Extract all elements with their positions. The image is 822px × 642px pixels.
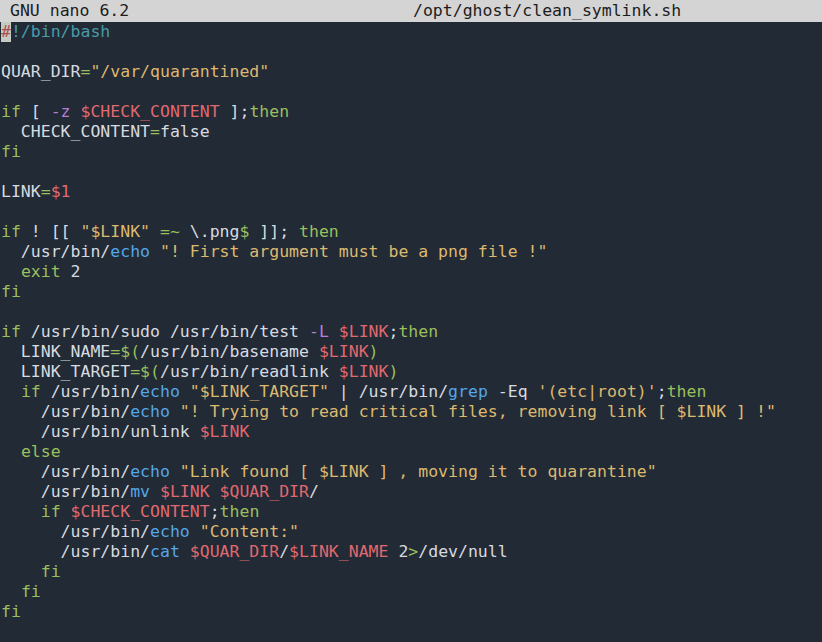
titlebar: GNU nano 6.2 /opt/ghost/clean_symlink.sh	[0, 0, 822, 22]
code-segment-keyword: if	[41, 502, 61, 521]
code-segment-keyword: >	[408, 542, 418, 561]
code-segment-keyword: if	[1, 222, 21, 241]
code-segment-default: ];	[220, 102, 250, 121]
code-segment-keyword: if	[1, 322, 21, 341]
code-line: /usr/bin/echo "! First argument must be …	[1, 242, 822, 262]
code-segment-keyword: exit	[21, 262, 61, 281]
code-segment-default: 2	[61, 262, 81, 281]
code-segment-command: cat	[150, 542, 180, 561]
code-line: /usr/bin/unlink $LINK	[1, 422, 822, 442]
code-segment-default	[1, 262, 21, 281]
code-segment-default: /usr/bin/	[1, 402, 130, 421]
code-line: fi	[1, 282, 822, 302]
code-segment-default	[1, 382, 21, 401]
code-segment-default: /usr/bin/	[1, 542, 150, 561]
code-segment-default: -Eq	[488, 382, 538, 401]
code-segment-default	[180, 382, 190, 401]
code-segment-default	[150, 482, 160, 501]
code-segment-default: /	[279, 542, 289, 561]
code-segment-keyword: =	[80, 62, 90, 81]
code-segment-string: "! Trying to read critical files, removi…	[180, 402, 776, 421]
code-line: /usr/bin/echo "Link found [ $LINK ] , mo…	[1, 462, 822, 482]
code-line	[1, 82, 822, 102]
code-line	[1, 162, 822, 182]
code-segment-default	[1, 442, 21, 461]
code-segment-default	[1, 582, 21, 601]
code-segment-default: ! [[	[21, 222, 81, 241]
code-segment-default: ;	[210, 502, 220, 521]
code-segment-default: /usr/bin/basename	[140, 342, 319, 361]
code-segment-keyword: if	[21, 382, 41, 401]
code-segment-keyword: )	[388, 362, 398, 381]
code-segment-keyword: fi	[1, 602, 21, 621]
code-segment-keyword: fi	[41, 562, 61, 581]
code-segment-command: grep	[448, 382, 488, 401]
code-segment-default	[1, 502, 41, 521]
code-segment-keyword: =~	[160, 222, 180, 241]
code-line	[1, 302, 822, 322]
code-segment-default	[180, 542, 190, 561]
code-line	[1, 42, 822, 62]
code-segment-string: "$LINK_TARGET"	[190, 382, 329, 401]
code-segment-keyword: fi	[1, 142, 21, 161]
code-segment-default: \.png	[180, 222, 240, 241]
code-line: if ! [[ "$LINK" =~ \.png$ ]]; then	[1, 222, 822, 242]
editor-area[interactable]: #!/bin/bashQUAR_DIR="/var/quarantined"if…	[0, 22, 822, 642]
code-segment-default: LINK	[1, 182, 41, 201]
code-line: LINK_TARGET=$(/usr/bin/readlink $LINK)	[1, 362, 822, 382]
nano-window: GNU nano 6.2 /opt/ghost/clean_symlink.sh…	[0, 0, 822, 642]
code-segment-default: 2	[388, 542, 408, 561]
code-segment-default	[71, 102, 81, 121]
code-segment-default: /usr/bin/	[1, 482, 130, 501]
code-segment-default	[190, 522, 200, 541]
code-line: fi	[1, 562, 822, 582]
code-segment-default: LINK_NAME	[1, 342, 110, 361]
code-line: fi	[1, 582, 822, 602]
code-segment-keyword: else	[21, 442, 61, 461]
code-segment-default: /dev/null	[418, 542, 507, 561]
code-line: if /usr/bin/echo "$LINK_TARGET" | /usr/b…	[1, 382, 822, 402]
code-segment-keyword: then	[398, 322, 438, 341]
code-segment-command: echo	[150, 522, 190, 541]
code-segment-flag: -z	[51, 102, 71, 121]
code-segment-variable: $QUAR_DIR	[220, 482, 309, 501]
code-segment-command: echo	[130, 402, 170, 421]
code-segment-default: ]];	[249, 222, 299, 241]
code-segment-keyword: fi	[21, 582, 41, 601]
code-line: if /usr/bin/sudo /usr/bin/test -L $LINK;…	[1, 322, 822, 342]
code-line: fi	[1, 142, 822, 162]
code-line: CHECK_CONTENT=false	[1, 122, 822, 142]
code-segment-variable: $LINK	[339, 362, 389, 381]
code-segment-default	[210, 482, 220, 501]
code-segment-string: '(etc|root)'	[538, 382, 657, 401]
code-segment-variable: $LINK	[200, 422, 250, 441]
app-version-label: GNU nano 6.2	[10, 0, 129, 22]
code-line: fi	[1, 602, 822, 622]
code-segment-default	[150, 242, 160, 261]
code-segment-default: /usr/bin/readlink	[160, 362, 339, 381]
code-segment-keyword: then	[249, 102, 289, 121]
code-segment-keyword: =	[150, 122, 160, 141]
code-segment-default: /	[309, 482, 319, 501]
code-segment-default: false	[160, 122, 210, 141]
code-segment-default: /usr/bin/sudo /usr/bin/test	[21, 322, 309, 341]
code-segment-keyword: if	[1, 102, 21, 121]
code-segment-string: "Content:"	[200, 522, 299, 541]
code-line: else	[1, 442, 822, 462]
code-segment-keyword: fi	[1, 282, 21, 301]
code-segment-default: /usr/bin/unlink	[1, 422, 200, 441]
code-segment-keyword: then	[299, 222, 339, 241]
code-line: exit 2	[1, 262, 822, 282]
code-segment-default: /usr/bin/	[1, 522, 150, 541]
code-segment-default	[329, 322, 339, 341]
code-segment-command: echo	[130, 462, 170, 481]
code-segment-keyword: $	[239, 222, 249, 241]
code-line: #!/bin/bash	[1, 22, 822, 42]
code-line: if $CHECK_CONTENT;then	[1, 502, 822, 522]
code-line: QUAR_DIR="/var/quarantined"	[1, 62, 822, 82]
code-line: /usr/bin/echo "! Trying to read critical…	[1, 402, 822, 422]
code-segment-default	[170, 402, 180, 421]
code-segment-default: CHECK_CONTENT	[1, 122, 150, 141]
code-segment-variable: $CHECK_CONTENT	[71, 502, 210, 521]
code-segment-keyword: )	[369, 342, 379, 361]
